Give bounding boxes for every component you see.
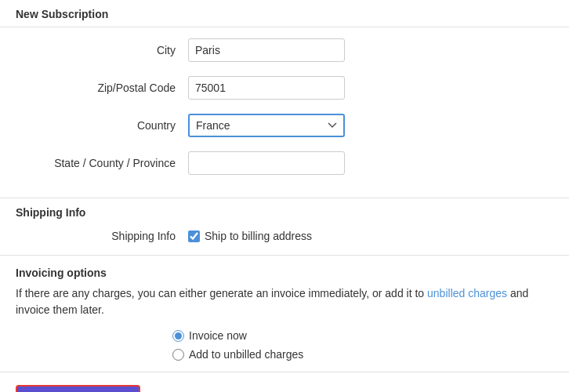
shipping-section: Shipping Info Shipping Info Ship to bill… xyxy=(0,198,569,256)
country-select[interactable]: France United States United Kingdom Germ… xyxy=(188,114,345,137)
unbilled-text: Add to unbilled charges xyxy=(189,348,303,361)
city-input[interactable] xyxy=(188,38,345,62)
state-label: State / County / Province xyxy=(16,157,188,169)
unbilled-radio[interactable] xyxy=(172,349,184,361)
unbilled-label[interactable]: Add to unbilled charges xyxy=(172,348,553,361)
invoicing-description: If there are any charges, you can either… xyxy=(16,285,553,318)
cancel-button[interactable]: Cancel xyxy=(150,387,190,392)
country-row: Country France United States United King… xyxy=(0,111,569,140)
ship-to-billing-text: Ship to billing address xyxy=(205,230,312,242)
invoice-now-text: Invoice now xyxy=(189,329,247,342)
ship-to-billing-label[interactable]: Ship to billing address xyxy=(188,230,312,242)
zip-input[interactable] xyxy=(188,76,345,100)
page-title: New Subscription xyxy=(0,0,569,27)
invoicing-desc-text1: If there are any charges, you can either… xyxy=(16,287,427,299)
country-label: Country xyxy=(16,119,188,132)
invoice-radio-group: Invoice now Add to unbilled charges xyxy=(16,329,553,361)
shipping-label: Shipping Info xyxy=(16,230,188,242)
page-container: New Subscription City Zip/Postal Code Co… xyxy=(0,0,569,392)
state-row: State / County / Province xyxy=(0,148,569,178)
city-row: City xyxy=(0,35,569,65)
invoice-now-radio[interactable] xyxy=(172,330,184,342)
zip-label: Zip/Postal Code xyxy=(16,82,188,94)
zip-row: Zip/Postal Code xyxy=(0,73,569,103)
ship-to-billing-checkbox[interactable] xyxy=(188,230,200,242)
invoicing-title: Invoicing options xyxy=(16,267,553,279)
footer-section: Create Subscription Cancel xyxy=(0,372,569,392)
invoicing-section: Invoicing options If there are any charg… xyxy=(0,256,569,372)
create-subscription-button[interactable]: Create Subscription xyxy=(16,385,140,392)
unbilled-charges-link[interactable]: unbilled charges xyxy=(427,287,507,299)
billing-form: City Zip/Postal Code Country France Unit… xyxy=(0,27,569,194)
invoice-now-label[interactable]: Invoice now xyxy=(172,329,553,342)
city-label: City xyxy=(16,44,188,56)
shipping-section-title: Shipping Info xyxy=(0,206,569,225)
state-input[interactable] xyxy=(188,151,345,175)
shipping-row: Shipping Info Ship to billing address xyxy=(0,225,569,247)
